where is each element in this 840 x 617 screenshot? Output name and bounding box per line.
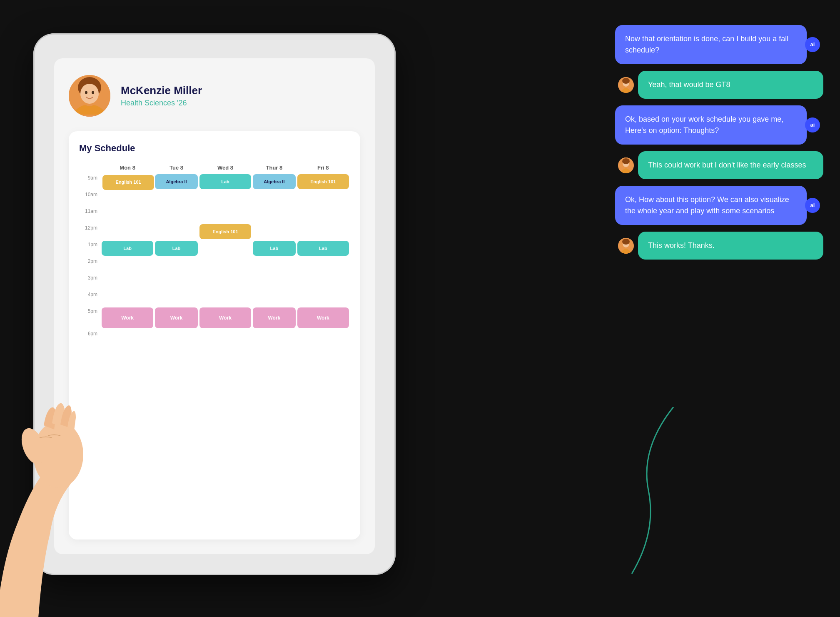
chat-bubble-user-1: Yeah, that would be GT8 <box>638 71 823 99</box>
time-row-1pm: 1pm Lab Lab Lab <box>79 240 350 257</box>
svg-point-9 <box>622 78 630 84</box>
time-row-10am: 10am <box>79 190 350 207</box>
schedule-title: My Schedule <box>79 143 350 154</box>
time-row-11am: 11am <box>79 207 350 223</box>
profile-name: McKenzie Miller <box>121 84 202 97</box>
ai-badge-2: ai <box>805 117 820 132</box>
user-avatar-2 <box>618 157 634 173</box>
user-avatar-1 <box>618 77 634 93</box>
chat-bubble-ai-2: Ok, based on your work schedule you gave… <box>615 105 807 145</box>
svg-point-2 <box>80 84 99 104</box>
work-wed: Work <box>199 307 251 328</box>
hand-illustration <box>0 317 162 617</box>
chat-bubble-user-3: This works! Thanks. <box>638 232 823 260</box>
chat-bubble-ai-3: Ok, How about this option? We can also v… <box>615 186 807 225</box>
lab-mon-1: Lab <box>102 241 153 256</box>
english-wed-12: English 101 <box>199 224 251 239</box>
english-fri: English 101 <box>297 174 349 189</box>
profile-major: Health Sciences '26 <box>121 99 202 107</box>
time-row-9am: 9am English 101 Algebra II Lab <box>79 173 350 190</box>
time-row-3pm: 3pm <box>79 273 350 290</box>
time-row-12pm: 12pm English 101 <box>79 223 350 240</box>
scene: McKenzie Miller Health Sciences '26 My S… <box>0 0 840 617</box>
chat-text-ai-2: Ok, based on your work schedule you gave… <box>625 115 783 135</box>
ai-badge-3: ai <box>805 198 820 213</box>
svg-point-3 <box>85 91 87 94</box>
english-mon: English 101 <box>102 175 154 190</box>
avatar <box>69 75 110 117</box>
chat-bubble-user-2: This could work but I don't like the ear… <box>638 151 823 179</box>
algebra-tue: Algebra II <box>155 174 198 189</box>
col-mon: Mon 8 <box>101 162 154 173</box>
profile-info: McKenzie Miller Health Sciences '26 <box>121 84 202 107</box>
schedule-table: Mon 8 Tue 8 Wed 8 Thur 8 Fri 8 9am Eng <box>79 162 350 343</box>
svg-point-12 <box>622 158 630 164</box>
svg-point-15 <box>622 239 630 245</box>
chat-bubble-ai-1: Now that orientation is done, can I buil… <box>615 25 807 64</box>
chat-text-user-2: This could work but I don't like the ear… <box>648 161 806 169</box>
col-fri: Fri 8 <box>297 162 350 173</box>
svg-point-4 <box>92 91 94 94</box>
time-row-4pm: 4pm <box>79 290 350 307</box>
user-avatar-3 <box>618 238 634 254</box>
lab-tue-1: Lab <box>155 241 198 256</box>
time-row-2pm: 2pm <box>79 257 350 273</box>
col-wed: Wed 8 <box>199 162 252 173</box>
col-thur: Thur 8 <box>252 162 297 173</box>
col-tue: Tue 8 <box>154 162 199 173</box>
lab-wed-9: Lab <box>199 174 251 189</box>
decorative-line <box>598 407 682 575</box>
lab-fri-1: Lab <box>297 241 349 256</box>
chat-text-ai-3: Ok, How about this option? We can also v… <box>625 195 789 215</box>
lab-thur-1: Lab <box>253 241 296 256</box>
work-thur: Work <box>253 307 296 328</box>
chat-panel: Now that orientation is done, can I buil… <box>615 25 823 260</box>
chat-text-user-3: This works! Thanks. <box>648 241 715 250</box>
chat-text-ai-1: Now that orientation is done, can I buil… <box>625 35 788 54</box>
profile-section: McKenzie Miller Health Sciences '26 <box>69 75 360 117</box>
ai-badge-1: ai <box>805 37 820 52</box>
chat-text-user-1: Yeah, that would be GT8 <box>648 80 730 89</box>
algebra-thur: Algebra II <box>253 174 296 189</box>
work-fri: Work <box>297 307 349 328</box>
